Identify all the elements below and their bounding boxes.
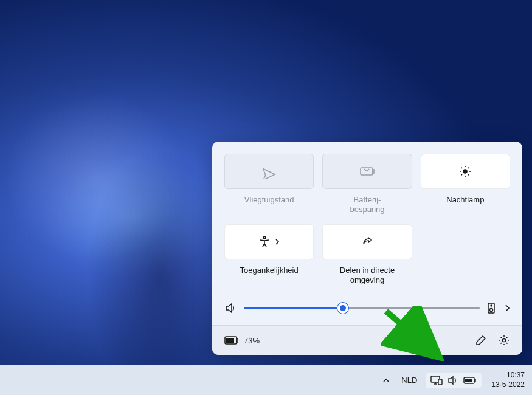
- tile-battery-saver: Batterij- besparing: [322, 154, 412, 216]
- language-indicator[interactable]: NLD: [398, 376, 421, 385]
- svg-line-9: [461, 174, 463, 176]
- share-icon: [361, 236, 373, 248]
- quick-tiles-grid: Vliegtuigstand Batterij- besparing Nacht…: [224, 154, 510, 286]
- airplane-mode-label: Vliegtuigstand: [244, 195, 294, 216]
- svg-line-10: [468, 168, 469, 169]
- svg-rect-16: [237, 338, 238, 342]
- tile-airplane-mode: Vliegtuigstand: [224, 154, 314, 216]
- tray-overflow-button[interactable]: [379, 374, 393, 387]
- time-text: 10:37: [491, 371, 525, 380]
- speaker-tray-icon: [447, 376, 458, 385]
- svg-point-2: [463, 170, 467, 173]
- nearby-sharing-button[interactable]: [322, 224, 412, 259]
- tile-nearby-sharing: Delen in directe omgeving: [322, 224, 412, 286]
- night-light-icon: [458, 165, 472, 178]
- output-device-icon[interactable]: [487, 302, 497, 314]
- svg-rect-23: [438, 379, 442, 385]
- battery-saver-button[interactable]: [322, 154, 412, 189]
- battery-saver-icon: [359, 166, 375, 177]
- tile-accessibility: Toegankelijkheid: [224, 224, 314, 286]
- svg-point-14: [491, 305, 492, 306]
- battery-saver-label: Batterij- besparing: [350, 195, 384, 216]
- chevron-right-icon[interactable]: [504, 304, 510, 312]
- date-text: 13-5-2022: [491, 380, 525, 390]
- gear-icon: [499, 335, 510, 346]
- taskbar: NLD 10:37 13-5-2022: [0, 365, 532, 395]
- clock-button[interactable]: 10:37 13-5-2022: [486, 371, 525, 390]
- night-light-button[interactable]: [421, 154, 510, 189]
- svg-point-18: [503, 339, 506, 342]
- svg-point-11: [263, 236, 266, 239]
- night-light-label: Nachtlamp: [446, 195, 484, 216]
- volume-track: [244, 307, 480, 309]
- airplane-icon: [262, 164, 277, 179]
- pencil-icon: [475, 335, 486, 346]
- edit-button[interactable]: [475, 334, 487, 346]
- accessibility-label: Toegankelijkheid: [240, 266, 299, 286]
- svg-line-8: [468, 174, 469, 176]
- quick-settings-panel: Vliegtuigstand Batterij- besparing Nacht…: [212, 142, 522, 355]
- panel-footer: 73%: [212, 325, 522, 355]
- battery-status-button[interactable]: 73%: [224, 335, 260, 345]
- battery-tray-icon: [463, 376, 477, 385]
- svg-rect-25: [474, 379, 475, 382]
- battery-percent-text: 73%: [244, 336, 260, 345]
- svg-line-7: [461, 168, 463, 169]
- accessibility-button[interactable]: [224, 224, 314, 259]
- svg-rect-1: [373, 170, 374, 173]
- svg-rect-26: [465, 379, 472, 382]
- speaker-icon: [224, 302, 237, 314]
- tile-night-light: Nachtlamp: [421, 154, 510, 216]
- system-tray-group[interactable]: [426, 373, 482, 388]
- battery-icon: [224, 335, 239, 345]
- svg-rect-17: [226, 338, 234, 343]
- accessibility-icon: [258, 236, 271, 248]
- chevron-right-icon: [274, 239, 280, 245]
- volume-slider[interactable]: [244, 303, 480, 314]
- settings-button[interactable]: [498, 334, 510, 346]
- footer-actions: [475, 334, 510, 346]
- volume-fill: [244, 307, 343, 309]
- svg-point-13: [490, 309, 493, 312]
- airplane-mode-button[interactable]: [224, 154, 314, 189]
- svg-rect-0: [361, 168, 373, 175]
- nearby-sharing-label: Delen in directe omgeving: [322, 266, 412, 286]
- chevron-up-icon: [382, 377, 390, 383]
- network-icon: [430, 376, 443, 385]
- volume-row: [224, 302, 510, 314]
- volume-thumb[interactable]: [337, 303, 348, 314]
